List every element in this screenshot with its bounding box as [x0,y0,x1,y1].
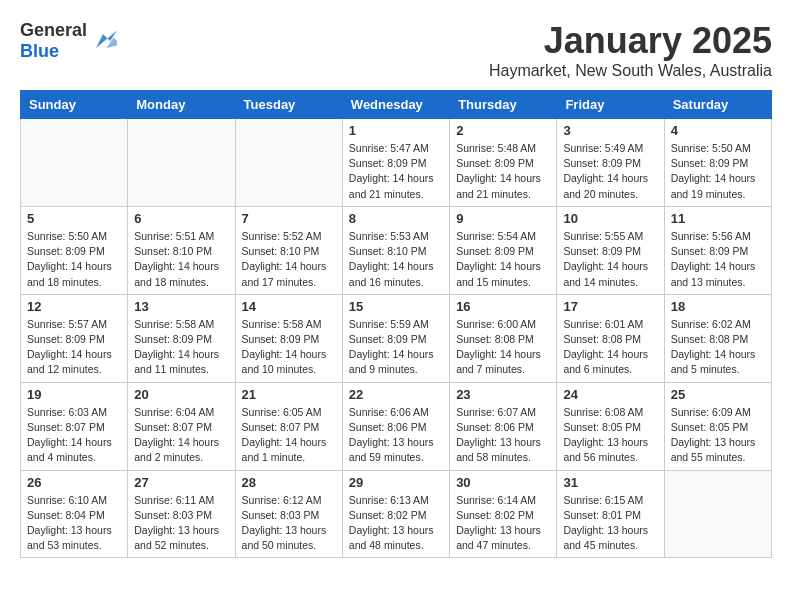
day-info: Sunrise: 5:50 AMSunset: 8:09 PMDaylight:… [671,141,765,202]
calendar-cell [128,119,235,207]
day-number: 29 [349,475,443,490]
day-info: Sunrise: 5:57 AMSunset: 8:09 PMDaylight:… [27,317,121,378]
day-info: Sunrise: 5:48 AMSunset: 8:09 PMDaylight:… [456,141,550,202]
day-number: 18 [671,299,765,314]
day-number: 23 [456,387,550,402]
day-info: Sunrise: 5:59 AMSunset: 8:09 PMDaylight:… [349,317,443,378]
weekday-header-sunday: Sunday [21,91,128,119]
day-number: 20 [134,387,228,402]
day-number: 6 [134,211,228,226]
calendar-cell: 29Sunrise: 6:13 AMSunset: 8:02 PMDayligh… [342,470,449,558]
calendar-cell: 17Sunrise: 6:01 AMSunset: 8:08 PMDayligh… [557,294,664,382]
day-number: 25 [671,387,765,402]
day-number: 21 [242,387,336,402]
calendar-cell: 14Sunrise: 5:58 AMSunset: 8:09 PMDayligh… [235,294,342,382]
day-info: Sunrise: 6:09 AMSunset: 8:05 PMDaylight:… [671,405,765,466]
calendar-cell: 11Sunrise: 5:56 AMSunset: 8:09 PMDayligh… [664,206,771,294]
day-number: 22 [349,387,443,402]
day-info: Sunrise: 5:51 AMSunset: 8:10 PMDaylight:… [134,229,228,290]
logo-icon [89,27,117,55]
calendar-cell: 30Sunrise: 6:14 AMSunset: 8:02 PMDayligh… [450,470,557,558]
calendar-cell: 26Sunrise: 6:10 AMSunset: 8:04 PMDayligh… [21,470,128,558]
day-info: Sunrise: 5:54 AMSunset: 8:09 PMDaylight:… [456,229,550,290]
day-number: 17 [563,299,657,314]
calendar-cell: 24Sunrise: 6:08 AMSunset: 8:05 PMDayligh… [557,382,664,470]
logo: General Blue [20,20,117,62]
calendar-cell: 10Sunrise: 5:55 AMSunset: 8:09 PMDayligh… [557,206,664,294]
weekday-header-wednesday: Wednesday [342,91,449,119]
logo-blue: Blue [20,41,59,61]
calendar-cell [664,470,771,558]
day-info: Sunrise: 6:14 AMSunset: 8:02 PMDaylight:… [456,493,550,554]
title-area: January 2025 Haymarket, New South Wales,… [489,20,772,80]
day-info: Sunrise: 5:47 AMSunset: 8:09 PMDaylight:… [349,141,443,202]
calendar-cell: 12Sunrise: 5:57 AMSunset: 8:09 PMDayligh… [21,294,128,382]
logo-general: General [20,20,87,40]
calendar-cell: 3Sunrise: 5:49 AMSunset: 8:09 PMDaylight… [557,119,664,207]
weekday-header-tuesday: Tuesday [235,91,342,119]
calendar-cell [21,119,128,207]
day-info: Sunrise: 6:08 AMSunset: 8:05 PMDaylight:… [563,405,657,466]
calendar-week-2: 12Sunrise: 5:57 AMSunset: 8:09 PMDayligh… [21,294,772,382]
calendar-week-0: 1Sunrise: 5:47 AMSunset: 8:09 PMDaylight… [21,119,772,207]
day-info: Sunrise: 5:58 AMSunset: 8:09 PMDaylight:… [134,317,228,378]
weekday-header-monday: Monday [128,91,235,119]
day-info: Sunrise: 6:12 AMSunset: 8:03 PMDaylight:… [242,493,336,554]
calendar-cell: 7Sunrise: 5:52 AMSunset: 8:10 PMDaylight… [235,206,342,294]
calendar-cell: 6Sunrise: 5:51 AMSunset: 8:10 PMDaylight… [128,206,235,294]
day-number: 9 [456,211,550,226]
day-number: 31 [563,475,657,490]
day-info: Sunrise: 6:00 AMSunset: 8:08 PMDaylight:… [456,317,550,378]
day-number: 24 [563,387,657,402]
calendar-week-4: 26Sunrise: 6:10 AMSunset: 8:04 PMDayligh… [21,470,772,558]
day-number: 19 [27,387,121,402]
calendar-cell: 18Sunrise: 6:02 AMSunset: 8:08 PMDayligh… [664,294,771,382]
day-info: Sunrise: 6:04 AMSunset: 8:07 PMDaylight:… [134,405,228,466]
day-info: Sunrise: 6:01 AMSunset: 8:08 PMDaylight:… [563,317,657,378]
calendar-cell: 21Sunrise: 6:05 AMSunset: 8:07 PMDayligh… [235,382,342,470]
day-info: Sunrise: 6:06 AMSunset: 8:06 PMDaylight:… [349,405,443,466]
day-info: Sunrise: 5:55 AMSunset: 8:09 PMDaylight:… [563,229,657,290]
calendar-cell: 27Sunrise: 6:11 AMSunset: 8:03 PMDayligh… [128,470,235,558]
calendar-week-3: 19Sunrise: 6:03 AMSunset: 8:07 PMDayligh… [21,382,772,470]
day-info: Sunrise: 5:56 AMSunset: 8:09 PMDaylight:… [671,229,765,290]
calendar-cell: 8Sunrise: 5:53 AMSunset: 8:10 PMDaylight… [342,206,449,294]
day-number: 7 [242,211,336,226]
day-info: Sunrise: 6:15 AMSunset: 8:01 PMDaylight:… [563,493,657,554]
day-number: 27 [134,475,228,490]
weekday-header-row: SundayMondayTuesdayWednesdayThursdayFrid… [21,91,772,119]
calendar-cell: 20Sunrise: 6:04 AMSunset: 8:07 PMDayligh… [128,382,235,470]
calendar-cell: 13Sunrise: 5:58 AMSunset: 8:09 PMDayligh… [128,294,235,382]
day-info: Sunrise: 5:49 AMSunset: 8:09 PMDaylight:… [563,141,657,202]
day-number: 26 [27,475,121,490]
day-number: 2 [456,123,550,138]
weekday-header-friday: Friday [557,91,664,119]
month-title: January 2025 [489,20,772,62]
logo-text: General Blue [20,20,87,62]
calendar-cell: 16Sunrise: 6:00 AMSunset: 8:08 PMDayligh… [450,294,557,382]
day-number: 15 [349,299,443,314]
calendar-header: SundayMondayTuesdayWednesdayThursdayFrid… [21,91,772,119]
calendar-cell: 19Sunrise: 6:03 AMSunset: 8:07 PMDayligh… [21,382,128,470]
day-info: Sunrise: 5:52 AMSunset: 8:10 PMDaylight:… [242,229,336,290]
calendar-cell: 4Sunrise: 5:50 AMSunset: 8:09 PMDaylight… [664,119,771,207]
calendar-cell: 28Sunrise: 6:12 AMSunset: 8:03 PMDayligh… [235,470,342,558]
day-number: 12 [27,299,121,314]
day-number: 3 [563,123,657,138]
day-number: 14 [242,299,336,314]
calendar-cell: 2Sunrise: 5:48 AMSunset: 8:09 PMDaylight… [450,119,557,207]
calendar-cell: 5Sunrise: 5:50 AMSunset: 8:09 PMDaylight… [21,206,128,294]
day-info: Sunrise: 6:10 AMSunset: 8:04 PMDaylight:… [27,493,121,554]
day-number: 1 [349,123,443,138]
calendar-cell: 23Sunrise: 6:07 AMSunset: 8:06 PMDayligh… [450,382,557,470]
svg-marker-1 [107,38,118,49]
calendar-cell: 9Sunrise: 5:54 AMSunset: 8:09 PMDaylight… [450,206,557,294]
day-number: 10 [563,211,657,226]
day-info: Sunrise: 6:02 AMSunset: 8:08 PMDaylight:… [671,317,765,378]
calendar-cell: 25Sunrise: 6:09 AMSunset: 8:05 PMDayligh… [664,382,771,470]
day-number: 30 [456,475,550,490]
calendar-table: SundayMondayTuesdayWednesdayThursdayFrid… [20,90,772,558]
day-number: 8 [349,211,443,226]
day-number: 16 [456,299,550,314]
calendar-cell: 15Sunrise: 5:59 AMSunset: 8:09 PMDayligh… [342,294,449,382]
